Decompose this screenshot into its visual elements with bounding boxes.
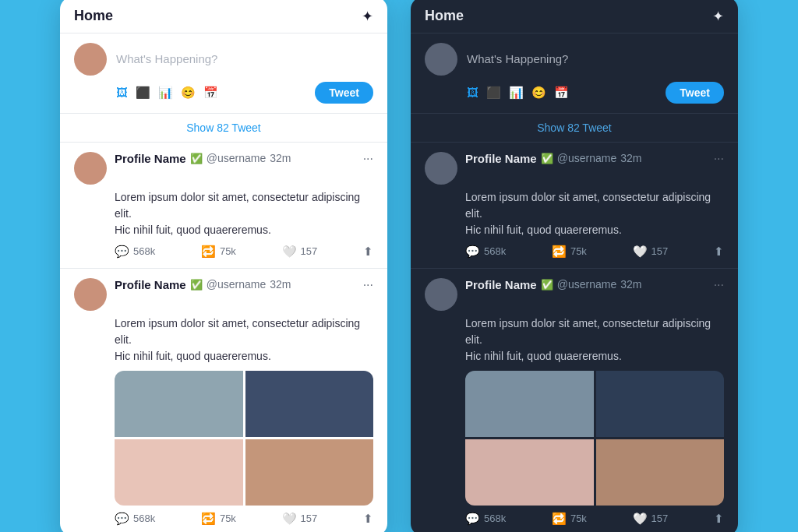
- light-card: Home ✦ What's Happening? 🖼 ⬛ 📊 😊 📅 Tweet: [60, 0, 387, 532]
- emoji-icon-dark[interactable]: 😊: [531, 86, 546, 100]
- retweet-action-2-dark[interactable]: 🔁 75k: [552, 512, 587, 526]
- like-action-2-light[interactable]: 🤍 157: [282, 512, 318, 526]
- image-cell-4-dark: [596, 439, 725, 506]
- tweet-item-2-light: Profile Name ✅ @username 32m ··· Lorem i…: [60, 269, 387, 533]
- tweet-button-light[interactable]: Tweet: [315, 82, 373, 104]
- emoji-icon-light[interactable]: 😊: [181, 86, 196, 100]
- tweet-meta-1-light: Profile Name ✅ @username 32m: [115, 152, 355, 165]
- more-icon-2-dark[interactable]: ···: [714, 278, 724, 292]
- tweet-button-dark[interactable]: Tweet: [666, 82, 724, 104]
- verified-icon-2-light: ✅: [190, 279, 203, 291]
- avatar-1-light: [74, 152, 107, 185]
- compose-icons-dark: 🖼 ⬛ 📊 😊 📅: [467, 86, 569, 100]
- image-icon-light[interactable]: 🖼: [116, 86, 128, 100]
- like-icon-1-light: 🤍: [282, 245, 297, 259]
- compose-actions-dark: 🖼 ⬛ 📊 😊 📅 Tweet: [425, 82, 724, 104]
- tweet-name-row-2-dark: Profile Name ✅ @username 32m: [465, 278, 706, 291]
- more-icon-2-light[interactable]: ···: [363, 278, 373, 292]
- tweet-meta-1-dark: Profile Name ✅ @username 32m: [465, 152, 706, 165]
- comment-icon-2-dark: 💬: [465, 512, 480, 526]
- compose-placeholder-light[interactable]: What's Happening?: [116, 52, 217, 65]
- tweet-actions-1-light: 💬 568k 🔁 75k 🤍 157 ⬆: [74, 245, 373, 259]
- calendar-icon-dark[interactable]: 📅: [554, 86, 569, 100]
- image-cell-2-dark: [596, 371, 725, 437]
- comment-action-2-dark[interactable]: 💬 568k: [465, 512, 506, 526]
- like-action-2-dark[interactable]: 🤍 157: [633, 512, 669, 526]
- username-1-dark: @username: [557, 152, 616, 164]
- header-title-light: Home: [74, 8, 113, 24]
- compose-avatar-light: [74, 43, 107, 76]
- comment-icon-2-light: 💬: [115, 512, 129, 526]
- share-action-2-light[interactable]: ⬆: [363, 512, 373, 526]
- gif-icon-dark[interactable]: ⬛: [486, 86, 501, 100]
- retweet-icon-2-dark: 🔁: [552, 512, 567, 526]
- image-cell-1-dark: [465, 371, 594, 437]
- more-icon-1-dark[interactable]: ···: [714, 152, 724, 166]
- tweet-meta-2-dark: Profile Name ✅ @username 32m: [465, 278, 706, 291]
- image-cell-3-light: [115, 439, 243, 506]
- profile-name-1-light: Profile Name: [115, 152, 186, 165]
- like-action-1-dark[interactable]: 🤍 157: [633, 245, 669, 259]
- tweet-actions-2-light: 💬 568k 🔁 75k 🤍 157 ⬆: [74, 512, 373, 526]
- compose-placeholder-dark[interactable]: What's Happening?: [467, 52, 568, 65]
- like-action-1-light[interactable]: 🤍 157: [282, 245, 318, 259]
- retweet-action-1-light[interactable]: 🔁 75k: [201, 245, 236, 259]
- avatar-2-light: [74, 278, 107, 311]
- share-action-2-dark[interactable]: ⬆: [714, 512, 724, 526]
- share-icon-2-dark: ⬆: [714, 512, 724, 526]
- retweet-action-1-dark[interactable]: 🔁 75k: [552, 245, 587, 259]
- sparkle-icon-light[interactable]: ✦: [362, 8, 373, 25]
- comment-action-1-dark[interactable]: 💬 568k: [465, 245, 506, 259]
- compose-area-light: What's Happening? 🖼 ⬛ 📊 😊 📅 Tweet: [60, 33, 387, 114]
- retweet-icon-1-light: 🔁: [201, 245, 216, 259]
- like-icon-2-dark: 🤍: [633, 512, 648, 526]
- verified-icon-2-dark: ✅: [541, 279, 553, 291]
- share-icon-2-light: ⬆: [363, 512, 373, 526]
- tweet-body-2-dark: Lorem ipsum dolor sit amet, consectetur …: [425, 315, 724, 365]
- avatar-2-dark: [425, 278, 457, 311]
- header-title-dark: Home: [425, 8, 464, 24]
- image-cell-4-light: [245, 439, 374, 506]
- comment-action-1-light[interactable]: 💬 568k: [115, 245, 155, 259]
- tweet-header-1-dark: Profile Name ✅ @username 32m ···: [425, 152, 724, 185]
- tweet-body-1-dark: Lorem ipsum dolor sit amet, consectetur …: [425, 189, 724, 238]
- tweet-actions-2-dark: 💬 568k 🔁 75k 🤍 157 ⬆: [425, 512, 724, 526]
- username-1-light: @username: [207, 152, 266, 164]
- tweet-body-2-light: Lorem ipsum dolor sit amet, consectetur …: [74, 315, 373, 365]
- compose-actions-light: 🖼 ⬛ 📊 😊 📅 Tweet: [74, 82, 373, 104]
- compose-avatar-dark: [425, 43, 457, 76]
- gif-icon-light[interactable]: ⬛: [136, 86, 150, 100]
- tweet-name-row-1-dark: Profile Name ✅ @username 32m: [465, 152, 706, 165]
- poll-icon-light[interactable]: 📊: [158, 86, 173, 100]
- poll-icon-dark[interactable]: 📊: [509, 86, 524, 100]
- image-icon-dark[interactable]: 🖼: [467, 86, 478, 100]
- profile-name-1-dark: Profile Name: [465, 152, 537, 165]
- tweet-time-2-dark: 32m: [620, 278, 641, 291]
- share-icon-1-dark: ⬆: [714, 245, 724, 259]
- profile-name-2-dark: Profile Name: [465, 278, 537, 291]
- profile-name-2-light: Profile Name: [115, 278, 186, 291]
- tweet-time-1-light: 32m: [270, 152, 291, 164]
- tweet-header-2-light: Profile Name ✅ @username 32m ···: [74, 278, 373, 311]
- compose-top-dark: What's Happening?: [425, 43, 724, 76]
- compose-area-dark: What's Happening? 🖼 ⬛ 📊 😊 📅 Tweet: [411, 33, 738, 114]
- compose-icons-light: 🖼 ⬛ 📊 😊 📅: [116, 86, 218, 100]
- tweet-time-2-light: 32m: [270, 278, 291, 291]
- comment-action-2-light[interactable]: 💬 568k: [115, 512, 155, 526]
- tweet-meta-2-light: Profile Name ✅ @username 32m: [115, 278, 355, 291]
- show-tweet-bar-dark[interactable]: Show 82 Tweet: [411, 114, 738, 143]
- tweet-time-1-dark: 32m: [620, 152, 641, 164]
- more-icon-1-light[interactable]: ···: [363, 152, 373, 166]
- sparkle-icon-dark[interactable]: ✦: [712, 8, 724, 25]
- show-tweet-bar-light[interactable]: Show 82 Tweet: [60, 114, 387, 143]
- comment-icon-1-light: 💬: [115, 245, 129, 259]
- tweet-item-2-dark: Profile Name ✅ @username 32m ··· Lorem i…: [411, 269, 738, 533]
- share-action-1-light[interactable]: ⬆: [363, 245, 373, 259]
- avatar-1-dark: [425, 152, 457, 185]
- share-action-1-dark[interactable]: ⬆: [714, 245, 724, 259]
- like-icon-2-light: 🤍: [282, 512, 297, 526]
- calendar-icon-light[interactable]: 📅: [203, 86, 218, 100]
- retweet-action-2-light[interactable]: 🔁 75k: [201, 512, 236, 526]
- tweet-name-row-2-light: Profile Name ✅ @username 32m: [115, 278, 355, 291]
- tweet-body-1-light: Lorem ipsum dolor sit amet, consectetur …: [74, 189, 373, 238]
